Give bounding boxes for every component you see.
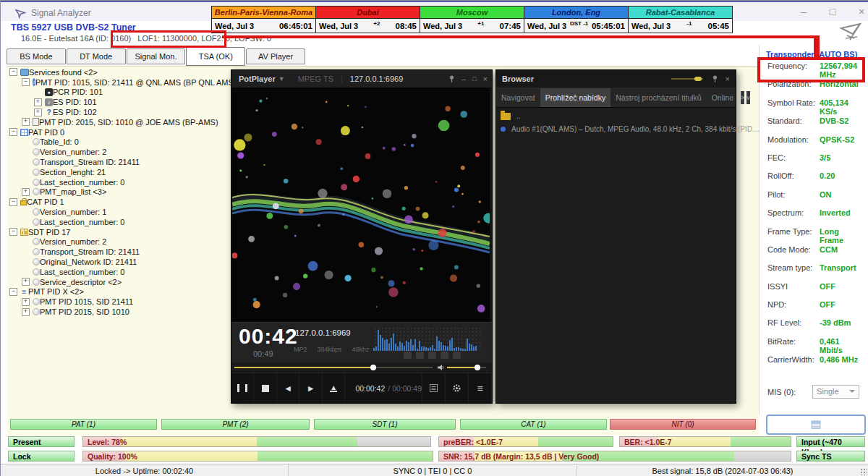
tree-node[interactable]: Transport_Stream ID: 21411 bbox=[9, 247, 226, 257]
tree-node[interactable]: −CAT PID 1 bbox=[9, 197, 226, 207]
expand-icon[interactable]: + bbox=[22, 118, 30, 126]
q-icon: ? bbox=[45, 109, 53, 116]
clock-date: Wed, Jul 3 bbox=[631, 22, 671, 30]
next-button[interactable]: ► bbox=[299, 373, 322, 403]
tree-node[interactable]: −SDT PID 17 bbox=[9, 227, 226, 237]
tab-dt-mode[interactable]: DT Mode bbox=[67, 48, 126, 64]
bar-label: preBER: <1.0E-7 bbox=[439, 437, 503, 447]
tree-node[interactable]: −Services found <2> bbox=[9, 67, 226, 77]
tree-node[interactable]: Original_Network ID: 21411 bbox=[9, 257, 226, 267]
mini-button-1[interactable] bbox=[404, 352, 412, 359]
player-title-bar[interactable]: PotPlayer ▼ MPEG TS | 127.0.0.1:6969 – □… bbox=[231, 70, 492, 88]
expand-icon[interactable]: + bbox=[22, 298, 30, 306]
opacity-knob[interactable] bbox=[694, 77, 702, 81]
tree-node[interactable]: +♪ES PID: 101 bbox=[9, 97, 226, 107]
tree-node[interactable]: Last_section_number: 0 bbox=[9, 177, 226, 187]
tree-node[interactable]: +?ES PID: 102 bbox=[9, 107, 226, 117]
tree-node[interactable]: +PMT PID 2015, SID 1010 bbox=[9, 307, 226, 317]
collapse-icon[interactable]: − bbox=[9, 68, 17, 76]
video-area[interactable] bbox=[232, 88, 490, 322]
param-label: Symbol Rate: bbox=[767, 98, 820, 107]
parent-folder-row[interactable]: .. bbox=[501, 112, 521, 120]
pin-icon[interactable] bbox=[712, 75, 718, 82]
volume-icon[interactable] bbox=[438, 365, 444, 370]
tab-signal-mon-[interactable]: Signal Mon. bbox=[127, 48, 186, 64]
tree-node[interactable]: ●PCR PID: 101 bbox=[9, 88, 226, 98]
tree-node[interactable]: Section_lenght: 21 bbox=[9, 167, 226, 177]
player-app-name[interactable]: PotPlayer bbox=[239, 75, 276, 83]
expand-icon[interactable]: + bbox=[22, 188, 30, 196]
tree-node[interactable]: +Service_descriptor <2> bbox=[9, 277, 226, 287]
transponder-row: ISSYIOFF bbox=[767, 282, 863, 300]
collapse-icon[interactable]: − bbox=[9, 228, 17, 236]
tree-node[interactable]: Table_Id: 0 bbox=[9, 137, 226, 148]
browser-tab-navigovat[interactable]: Navigovat bbox=[496, 88, 540, 107]
tree-node[interactable]: −≡PMT PID X <2> bbox=[9, 287, 226, 297]
tree-node[interactable]: +PMT PID 1015, SID 21411 bbox=[9, 297, 226, 307]
tab-bs-mode[interactable]: BS Mode bbox=[7, 48, 66, 64]
mis-dropdown[interactable]: Single bbox=[812, 385, 859, 399]
minimize-button[interactable]: – bbox=[793, 5, 814, 18]
menu-button[interactable]: ≡ bbox=[469, 373, 492, 403]
browser-tab-n-stroj-proch-zen-titulk-[interactable]: Nástroj procházení titulků bbox=[610, 88, 706, 107]
browser-close-icon[interactable]: × bbox=[726, 75, 730, 83]
folder-icon bbox=[501, 113, 511, 120]
previous-button[interactable]: ◄ bbox=[277, 373, 299, 403]
tree-node[interactable]: −♪PMT PID: 1015, SID: 21411 @ QNL AMS (B… bbox=[9, 77, 226, 88]
browser-opacity-slider[interactable] bbox=[671, 78, 703, 80]
seek-knob[interactable] bbox=[370, 365, 376, 370]
browser-more-button[interactable]: > bbox=[741, 91, 744, 104]
leaf-icon bbox=[33, 268, 40, 276]
player-mini-buttons[interactable] bbox=[404, 352, 461, 359]
browser-title-bar[interactable]: Browser × bbox=[496, 70, 736, 88]
tab-tsa-ok-[interactable]: TSA (OK) bbox=[186, 47, 245, 66]
player-minimize-icon[interactable]: – bbox=[461, 75, 466, 83]
tree-node[interactable]: Last_section_number: 0 bbox=[9, 267, 226, 277]
pause-button[interactable] bbox=[231, 373, 254, 403]
tree-node[interactable]: Version_number: 2 bbox=[9, 147, 226, 157]
tree-node[interactable]: Transport_Stream ID: 21411 bbox=[9, 157, 226, 167]
expand-icon[interactable]: + bbox=[22, 278, 30, 286]
mini-button-4[interactable] bbox=[441, 352, 448, 359]
pin-icon[interactable] bbox=[448, 75, 455, 82]
eject-button[interactable]: ▲ bbox=[323, 373, 345, 403]
clock-0: Berlin-Paris-Vienna-RomaWed, Jul 306:45:… bbox=[211, 6, 316, 33]
browser-dropdown-button[interactable]: v bbox=[746, 91, 750, 104]
mini-button-3[interactable] bbox=[428, 352, 436, 359]
collapse-icon[interactable]: − bbox=[9, 198, 17, 206]
clock-date: Wed, Jul 3 bbox=[527, 22, 566, 30]
collapse-icon[interactable]: − bbox=[9, 128, 17, 136]
tab-av-player[interactable]: AV Player bbox=[246, 48, 305, 64]
resize-grip[interactable] bbox=[860, 468, 867, 475]
tree-node[interactable]: +PMT PID: 2015, SID: 1010 @ JOE AMS (BP-… bbox=[9, 117, 226, 127]
clock-1: DubaiWed, Jul 3+208:45 bbox=[315, 6, 420, 33]
browser-tab-prohl-e-nab-dky[interactable]: Prohlížeč nabídky bbox=[540, 88, 610, 107]
player-close-icon[interactable]: × bbox=[483, 75, 488, 83]
volume-slider[interactable] bbox=[447, 367, 486, 368]
mini-button-2[interactable] bbox=[416, 352, 424, 359]
close-button[interactable]: × bbox=[851, 5, 868, 18]
collapse-icon[interactable]: − bbox=[9, 288, 17, 296]
tree-node[interactable]: Last_section_number: 0 bbox=[9, 217, 226, 227]
param-label: CarrierWidth: bbox=[767, 355, 820, 364]
expand-icon[interactable]: + bbox=[22, 308, 30, 316]
tree-node[interactable]: Version_number: 2 bbox=[9, 237, 226, 247]
browser-tab-online[interactable]: Online bbox=[707, 88, 739, 107]
expand-icon[interactable]: + bbox=[34, 109, 42, 116]
player-maximize-icon[interactable]: □ bbox=[472, 75, 476, 82]
settings-button[interactable] bbox=[446, 373, 469, 403]
tree-node-label: Version_number: 2 bbox=[40, 148, 106, 156]
audio-track-item[interactable]: Audio #1(QNL AMS) – Dutch, MPEG Audio, 4… bbox=[501, 125, 760, 133]
playlist-button[interactable] bbox=[422, 373, 446, 403]
maximize-button[interactable]: □ bbox=[822, 5, 843, 18]
mini-button-5[interactable] bbox=[453, 352, 461, 359]
collapse-icon[interactable]: − bbox=[22, 78, 30, 86]
tree-node[interactable]: +PMT_map_list <3> bbox=[9, 187, 226, 197]
seek-slider[interactable] bbox=[234, 367, 433, 368]
expand-icon[interactable]: + bbox=[34, 98, 42, 106]
tree-node[interactable]: Version_number: 1 bbox=[9, 207, 226, 217]
stop-button[interactable] bbox=[254, 373, 276, 403]
tree-node[interactable]: −PAT PID 0 bbox=[9, 127, 226, 137]
status-panel-button[interactable] bbox=[766, 415, 866, 435]
volume-knob[interactable] bbox=[475, 365, 480, 370]
